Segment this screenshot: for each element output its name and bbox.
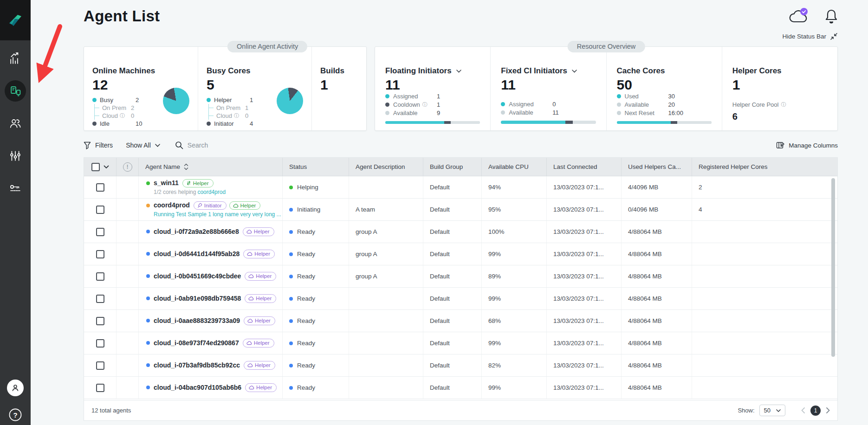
stat-head: Fixed CI Initiators: [501, 66, 596, 76]
badge-label: Helper: [256, 296, 272, 302]
status-bar-panels: Online Agent Activity Online Machines12B…: [84, 46, 838, 131]
pagination-prev-button[interactable]: [801, 407, 805, 413]
agent-badges: InitiatorHelper: [194, 201, 261, 210]
table-row[interactable]: coord4prodInitiatorHelperRunning Test Sa…: [84, 199, 837, 221]
help-button[interactable]: ?: [8, 407, 23, 422]
row-checkbox[interactable]: [96, 272, 104, 281]
column-header-agent-name[interactable]: Agent Name: [139, 158, 283, 176]
chevron-left-icon: [801, 407, 805, 413]
nav-settings-item[interactable]: [5, 145, 26, 167]
row-checkbox[interactable]: [96, 317, 104, 325]
nav-users-item[interactable]: [5, 113, 26, 134]
chevron-down-icon[interactable]: [572, 70, 577, 73]
row-select-cell: [84, 176, 117, 198]
status-dot-blue: [289, 319, 293, 323]
show-all-dropdown[interactable]: Show All: [126, 142, 160, 149]
status-label: Ready: [297, 273, 315, 280]
sidebar-nav: [5, 48, 26, 210]
row-checkbox[interactable]: [96, 250, 104, 258]
legend-dot-light: [385, 111, 389, 115]
hide-status-bar-button[interactable]: Hide Status Bar: [782, 32, 838, 40]
column-header-used-helpers-ca: Used Helpers Ca...: [622, 158, 692, 176]
build-group-cell: Default: [423, 354, 482, 376]
filters-button[interactable]: Filters: [84, 142, 113, 149]
select-all-checkbox[interactable]: [91, 163, 100, 171]
registered-cores-cell: [692, 377, 837, 399]
badge-label: Helper: [255, 362, 271, 368]
row-checkbox[interactable]: [96, 384, 104, 392]
agent-name-line: cloud_i-04bac907d105ab6b6Helper: [146, 383, 277, 392]
used-helpers-cell: 4/88064 MB: [622, 265, 692, 287]
sort-icon[interactable]: [184, 163, 188, 170]
legend-label: Initiator: [214, 120, 246, 127]
notifications-bell-icon[interactable]: [825, 8, 838, 24]
column-header-agent-description: Agent Description: [349, 158, 423, 176]
nav-agents-item[interactable]: [5, 80, 26, 102]
table-row[interactable]: cloud_i-0aae8883239733a09HelperReadyDefa…: [84, 310, 837, 332]
nav-dashboard-item[interactable]: [5, 48, 26, 69]
table-row[interactable]: cloud_i-0ab91e098db759458HelperReadyDefa…: [84, 288, 837, 310]
bar-segment-teal: [385, 121, 444, 124]
stat-legend: Used30Available20Next Reset16:00: [617, 92, 712, 117]
agent-name: cloud_i-0b0451669c49cbdee: [154, 272, 241, 280]
cloud-icon: [249, 385, 254, 390]
info-icon: ⓘ: [234, 112, 239, 119]
legend-label: Available: [625, 101, 665, 108]
row-checkbox[interactable]: [96, 206, 104, 214]
table-row[interactable]: cloud_i-07b3af9db85cb92ccHelperReadyDefa…: [84, 354, 837, 377]
nav-license-item[interactable]: [5, 178, 26, 199]
linked-agent-name[interactable]: Running Test Sample 1 long name very ver…: [154, 211, 281, 218]
stat-builds: Builds1: [311, 47, 366, 130]
user-avatar[interactable]: [7, 380, 24, 396]
linked-agent-name[interactable]: coord4prod: [197, 189, 226, 195]
row-checkbox[interactable]: [96, 339, 104, 348]
pagination-current-page[interactable]: 1: [810, 406, 821, 416]
row-alert-cell: [117, 377, 139, 399]
legend-value: 0: [552, 101, 556, 108]
row-checkbox[interactable]: [96, 295, 104, 303]
row-alert-cell: [117, 243, 139, 265]
stat-label: Builds: [320, 66, 359, 76]
search-input[interactable]: Search: [175, 141, 208, 149]
available-cpu-cell: 95%: [482, 199, 547, 220]
table-scrollbar[interactable]: [831, 178, 835, 396]
legend-value: 1: [437, 93, 440, 100]
table-row[interactable]: cloud_i-08e973f74ed290867HelperReadyDefa…: [84, 332, 837, 354]
table-row[interactable]: s_win11Helper1/2 cores helping coord4pro…: [84, 176, 837, 199]
table-row[interactable]: cloud_i-0b0451669c49cbdeeHelperReadygrou…: [84, 265, 837, 288]
legend-dot-teal: [385, 94, 389, 98]
scrollbar-thumb[interactable]: [831, 178, 835, 357]
manage-columns-button[interactable]: Manage Columns: [776, 141, 838, 149]
used-helpers-cell: 4/4096 MB: [622, 176, 692, 198]
row-checkbox[interactable]: [96, 361, 104, 370]
chevron-down-icon[interactable]: [456, 70, 461, 73]
table-body: s_win11Helper1/2 cores helping coord4pro…: [84, 176, 837, 399]
row-checkbox[interactable]: [96, 183, 104, 192]
available-cpu-cell: 99%: [482, 243, 547, 265]
status-cell: Ready: [283, 332, 349, 354]
agents-table: !Agent NameStatusAgent DescriptionBuild …: [84, 157, 838, 421]
bar-segment-dark: [444, 121, 451, 124]
description-cell: group A: [349, 265, 423, 287]
row-checkbox[interactable]: [96, 228, 104, 236]
table-row[interactable]: cloud_i-04bac907d105ab6b6HelperReadyDefa…: [84, 377, 837, 399]
last-connected-cell: 13/03/2023 07:1...: [547, 332, 622, 354]
status-cell: Ready: [283, 265, 349, 287]
table-row[interactable]: cloud_i-0d6441d144f95ab28HelperReadygrou…: [84, 243, 837, 265]
legend-label: Assigned: [393, 93, 433, 100]
agent-name-line: cloud_i-0f72a9a2e88b666e8Helper: [146, 227, 274, 236]
app-logo[interactable]: [0, 0, 31, 40]
row-select-cell: [84, 265, 117, 287]
build-group-cell: Default: [423, 176, 482, 198]
table-row[interactable]: cloud_i-0f72a9a2e88b666e8HelperReadygrou…: [84, 221, 837, 243]
agent-name-cell: cloud_i-0b0451669c49cbdeeHelper: [139, 265, 283, 287]
used-helpers-cell: 4/88064 MB: [622, 221, 692, 243]
page-size-select[interactable]: 50: [759, 405, 785, 416]
helper-badge: Helper: [245, 383, 277, 392]
agent-name-line: cloud_i-0b0451669c49cbdeeHelper: [146, 272, 276, 281]
pagination-next-button[interactable]: [826, 407, 830, 413]
stat-cache-cores: Cache Cores50Used30Available20Next Reset…: [606, 47, 722, 130]
select-dropdown-chevron[interactable]: [104, 165, 109, 169]
cloud-status-icon[interactable]: [788, 7, 809, 25]
cloud-icon: [246, 341, 252, 345]
